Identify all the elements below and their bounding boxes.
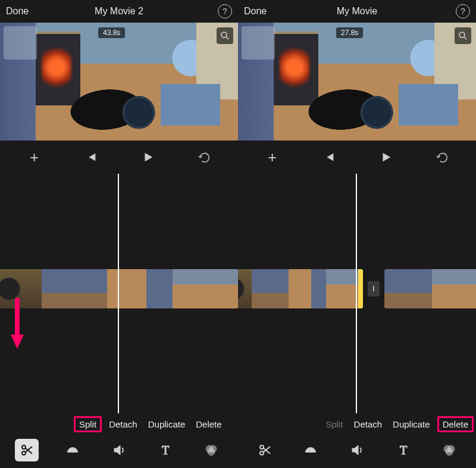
svg-point-0 bbox=[221, 32, 227, 38]
clip-trim-handle[interactable] bbox=[358, 269, 363, 308]
clip-actions-row: Split Detach Duplicate Delete bbox=[238, 413, 476, 435]
clip-next[interactable] bbox=[384, 269, 476, 308]
add-media-button[interactable]: + bbox=[264, 148, 281, 166]
done-button[interactable]: Done bbox=[6, 6, 36, 17]
skip-back-button[interactable] bbox=[320, 148, 338, 166]
help-button[interactable]: ? bbox=[202, 4, 232, 18]
tool-row: T bbox=[238, 435, 476, 468]
text-icon: T bbox=[158, 443, 173, 457]
svg-point-12 bbox=[459, 32, 465, 38]
clip-actions-row: Split Detach Duplicate Delete bbox=[0, 413, 238, 435]
text-icon: T bbox=[396, 443, 411, 457]
play-button[interactable] bbox=[139, 148, 156, 166]
svg-line-13 bbox=[464, 37, 466, 39]
svg-point-22 bbox=[446, 448, 453, 455]
speaker-icon bbox=[112, 443, 126, 457]
play-button[interactable] bbox=[377, 148, 394, 166]
clip-selected[interactable] bbox=[0, 269, 238, 308]
svg-text:T: T bbox=[161, 444, 168, 457]
split-action: Split bbox=[325, 419, 343, 429]
filters-tool[interactable] bbox=[437, 439, 461, 461]
text-tool[interactable]: T bbox=[154, 439, 177, 461]
svg-point-11 bbox=[208, 448, 215, 455]
playhead[interactable] bbox=[118, 174, 119, 413]
speedometer-icon bbox=[65, 443, 80, 457]
filters-icon bbox=[204, 443, 218, 457]
add-media-button[interactable]: + bbox=[26, 148, 43, 166]
svg-line-1 bbox=[226, 37, 228, 39]
top-bar: Done My Movie 2 ? bbox=[0, 0, 238, 23]
annotation-arrow-icon bbox=[8, 298, 26, 354]
scissors-icon bbox=[20, 443, 34, 457]
speed-tool[interactable] bbox=[61, 439, 84, 461]
help-icon: ? bbox=[456, 4, 470, 18]
help-icon: ? bbox=[218, 4, 232, 18]
editor-pane-right: Done My Movie ? 27.8s + bbox=[238, 0, 476, 468]
magnifier-icon bbox=[220, 30, 230, 41]
done-button[interactable]: Done bbox=[244, 6, 274, 17]
speedometer-icon bbox=[303, 443, 318, 457]
zoom-button[interactable] bbox=[217, 27, 233, 44]
transport-bar: + bbox=[0, 141, 238, 174]
timestamp-label: 43.8s bbox=[98, 27, 125, 38]
clip-selected[interactable] bbox=[238, 269, 363, 308]
undo-button[interactable] bbox=[433, 148, 451, 166]
delete-action[interactable]: Delete bbox=[441, 419, 470, 429]
playhead[interactable] bbox=[356, 174, 357, 413]
duplicate-action[interactable]: Duplicate bbox=[393, 419, 430, 429]
duplicate-action[interactable]: Duplicate bbox=[148, 419, 186, 429]
tool-row: T bbox=[0, 435, 238, 468]
detach-action[interactable]: Detach bbox=[109, 419, 137, 429]
transition-gap-marker[interactable]: I bbox=[368, 281, 380, 297]
top-bar: Done My Movie ? bbox=[238, 0, 476, 23]
scissors-icon bbox=[258, 443, 272, 457]
speed-tool[interactable] bbox=[299, 439, 322, 461]
svg-text:T: T bbox=[399, 444, 406, 457]
magnifier-icon bbox=[458, 30, 468, 41]
speaker-icon bbox=[350, 443, 364, 457]
skip-back-button[interactable] bbox=[82, 148, 100, 166]
editor-pane-left: Done My Movie 2 ? 43.8s + bbox=[0, 0, 238, 468]
filters-tool[interactable] bbox=[199, 439, 223, 461]
project-title: My Movie 2 bbox=[36, 6, 202, 17]
timeline[interactable]: I bbox=[238, 174, 476, 413]
zoom-button[interactable] bbox=[455, 27, 471, 44]
project-title: My Movie bbox=[274, 6, 440, 17]
transport-bar: + bbox=[238, 141, 476, 174]
timeline[interactable] bbox=[0, 174, 238, 413]
scissors-tool[interactable] bbox=[15, 439, 39, 461]
timestamp-label: 27.8s bbox=[336, 27, 363, 38]
help-button[interactable]: ? bbox=[440, 4, 470, 18]
video-preview[interactable]: 27.8s bbox=[238, 23, 476, 141]
text-tool[interactable]: T bbox=[392, 439, 415, 461]
volume-tool[interactable] bbox=[107, 439, 131, 461]
volume-tool[interactable] bbox=[345, 439, 369, 461]
video-preview[interactable]: 43.8s bbox=[0, 23, 238, 141]
detach-action[interactable]: Detach bbox=[354, 419, 383, 429]
delete-action[interactable]: Delete bbox=[196, 419, 221, 429]
scissors-tool[interactable] bbox=[253, 439, 277, 461]
filters-icon bbox=[442, 443, 456, 457]
split-action[interactable]: Split bbox=[77, 419, 98, 429]
undo-button[interactable] bbox=[195, 148, 213, 166]
